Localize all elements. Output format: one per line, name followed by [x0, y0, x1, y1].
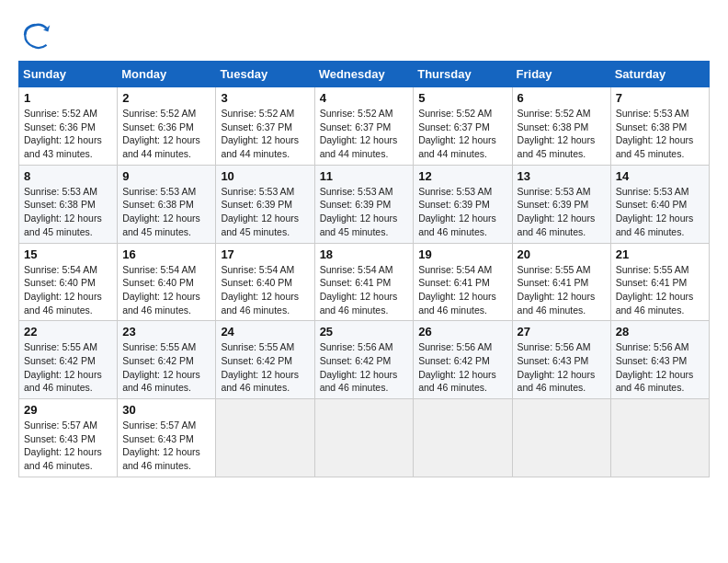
calendar-cell: 22Sunrise: 5:55 AMSunset: 6:42 PMDayligh…	[19, 321, 118, 399]
calendar-week-row: 8Sunrise: 5:53 AMSunset: 6:38 PMDaylight…	[19, 165, 710, 243]
day-info: Sunrise: 5:57 AMSunset: 6:43 PMDaylight:…	[122, 419, 210, 473]
calendar-cell	[216, 399, 314, 477]
day-number: 3	[221, 91, 309, 105]
day-number: 8	[24, 169, 112, 183]
day-number: 2	[122, 91, 210, 105]
calendar-cell: 30Sunrise: 5:57 AMSunset: 6:43 PMDayligh…	[118, 399, 216, 477]
day-info: Sunrise: 5:55 AMSunset: 6:41 PMDaylight:…	[518, 263, 606, 317]
calendar-cell: 16Sunrise: 5:54 AMSunset: 6:40 PMDayligh…	[118, 243, 216, 321]
calendar-cell: 11Sunrise: 5:53 AMSunset: 6:39 PMDayligh…	[314, 165, 414, 243]
day-info: Sunrise: 5:55 AMSunset: 6:42 PMDaylight:…	[221, 340, 309, 395]
day-number: 13	[518, 169, 606, 183]
day-number: 28	[616, 325, 704, 339]
calendar-week-row: 22Sunrise: 5:55 AMSunset: 6:42 PMDayligh…	[19, 321, 710, 399]
day-number: 6	[518, 91, 606, 105]
calendar-cell: 20Sunrise: 5:55 AMSunset: 6:41 PMDayligh…	[512, 243, 610, 321]
calendar-cell: 27Sunrise: 5:56 AMSunset: 6:43 PMDayligh…	[512, 321, 610, 399]
calendar-week-row: 29Sunrise: 5:57 AMSunset: 6:43 PMDayligh…	[19, 399, 710, 477]
calendar-cell	[314, 399, 414, 477]
day-number: 22	[24, 325, 112, 339]
calendar-cell: 15Sunrise: 5:54 AMSunset: 6:40 PMDayligh…	[19, 243, 118, 321]
logo	[18, 18, 57, 52]
day-number: 26	[418, 325, 506, 339]
calendar-header-cell: Thursday	[414, 62, 512, 87]
page-header	[18, 18, 710, 52]
day-info: Sunrise: 5:52 AMSunset: 6:37 PMDaylight:…	[221, 107, 309, 161]
day-info: Sunrise: 5:53 AMSunset: 6:38 PMDaylight:…	[122, 185, 210, 239]
calendar-cell: 21Sunrise: 5:55 AMSunset: 6:41 PMDayligh…	[610, 243, 709, 321]
day-info: Sunrise: 5:54 AMSunset: 6:40 PMDaylight:…	[221, 263, 309, 317]
calendar-cell	[414, 399, 512, 477]
day-number: 15	[24, 247, 112, 261]
calendar-cell: 5Sunrise: 5:52 AMSunset: 6:37 PMDaylight…	[414, 87, 512, 166]
day-number: 25	[320, 325, 409, 339]
day-number: 10	[221, 169, 309, 183]
calendar-header-cell: Sunday	[19, 62, 118, 87]
day-info: Sunrise: 5:54 AMSunset: 6:40 PMDaylight:…	[24, 263, 112, 317]
day-number: 7	[616, 91, 704, 105]
day-number: 27	[518, 325, 606, 339]
calendar-cell	[610, 399, 709, 477]
day-info: Sunrise: 5:56 AMSunset: 6:43 PMDaylight:…	[518, 340, 606, 395]
calendar-cell: 24Sunrise: 5:55 AMSunset: 6:42 PMDayligh…	[216, 321, 314, 399]
day-info: Sunrise: 5:52 AMSunset: 6:38 PMDaylight:…	[518, 107, 606, 161]
calendar-cell: 2Sunrise: 5:52 AMSunset: 6:36 PMDaylight…	[118, 87, 216, 166]
day-number: 30	[122, 403, 210, 417]
calendar-cell: 25Sunrise: 5:56 AMSunset: 6:42 PMDayligh…	[314, 321, 414, 399]
day-info: Sunrise: 5:55 AMSunset: 6:42 PMDaylight:…	[122, 340, 210, 395]
calendar-cell: 13Sunrise: 5:53 AMSunset: 6:39 PMDayligh…	[512, 165, 610, 243]
day-number: 23	[122, 325, 210, 339]
day-number: 9	[122, 169, 210, 183]
calendar-cell: 14Sunrise: 5:53 AMSunset: 6:40 PMDayligh…	[610, 165, 709, 243]
day-number: 12	[418, 169, 506, 183]
day-number: 21	[616, 247, 704, 261]
day-info: Sunrise: 5:54 AMSunset: 6:41 PMDaylight:…	[418, 263, 506, 317]
calendar-cell: 12Sunrise: 5:53 AMSunset: 6:39 PMDayligh…	[414, 165, 512, 243]
day-info: Sunrise: 5:52 AMSunset: 6:36 PMDaylight:…	[122, 107, 210, 161]
calendar-cell: 28Sunrise: 5:56 AMSunset: 6:43 PMDayligh…	[610, 321, 709, 399]
calendar-header-cell: Saturday	[610, 62, 709, 87]
calendar-week-row: 1Sunrise: 5:52 AMSunset: 6:36 PMDaylight…	[19, 87, 710, 166]
day-info: Sunrise: 5:53 AMSunset: 6:40 PMDaylight:…	[616, 185, 704, 239]
day-number: 29	[24, 403, 112, 417]
day-info: Sunrise: 5:53 AMSunset: 6:39 PMDaylight:…	[320, 185, 409, 239]
calendar-cell: 7Sunrise: 5:53 AMSunset: 6:38 PMDaylight…	[610, 87, 709, 166]
calendar-cell: 3Sunrise: 5:52 AMSunset: 6:37 PMDaylight…	[216, 87, 314, 166]
day-info: Sunrise: 5:53 AMSunset: 6:39 PMDaylight:…	[418, 185, 506, 239]
day-info: Sunrise: 5:53 AMSunset: 6:38 PMDaylight:…	[616, 107, 704, 161]
day-info: Sunrise: 5:55 AMSunset: 6:42 PMDaylight:…	[24, 340, 112, 395]
calendar-header-cell: Wednesday	[314, 62, 414, 87]
calendar-cell: 19Sunrise: 5:54 AMSunset: 6:41 PMDayligh…	[414, 243, 512, 321]
calendar-cell	[512, 399, 610, 477]
calendar-header-cell: Tuesday	[216, 62, 314, 87]
day-number: 19	[418, 247, 506, 261]
day-info: Sunrise: 5:54 AMSunset: 6:41 PMDaylight:…	[320, 263, 409, 317]
calendar-cell: 18Sunrise: 5:54 AMSunset: 6:41 PMDayligh…	[314, 243, 414, 321]
day-info: Sunrise: 5:56 AMSunset: 6:43 PMDaylight:…	[616, 340, 704, 395]
calendar-cell: 4Sunrise: 5:52 AMSunset: 6:37 PMDaylight…	[314, 87, 414, 166]
day-number: 16	[122, 247, 210, 261]
day-number: 4	[320, 91, 409, 105]
calendar-cell: 29Sunrise: 5:57 AMSunset: 6:43 PMDayligh…	[19, 399, 118, 477]
calendar-table: SundayMondayTuesdayWednesdayThursdayFrid…	[18, 61, 710, 477]
calendar-body: 1Sunrise: 5:52 AMSunset: 6:36 PMDaylight…	[19, 87, 710, 477]
calendar-cell: 26Sunrise: 5:56 AMSunset: 6:42 PMDayligh…	[414, 321, 512, 399]
calendar-cell: 10Sunrise: 5:53 AMSunset: 6:39 PMDayligh…	[216, 165, 314, 243]
logo-icon	[18, 18, 51, 52]
day-number: 20	[518, 247, 606, 261]
day-info: Sunrise: 5:53 AMSunset: 6:38 PMDaylight:…	[24, 185, 112, 239]
day-info: Sunrise: 5:52 AMSunset: 6:37 PMDaylight:…	[320, 107, 409, 161]
day-number: 11	[320, 169, 409, 183]
day-info: Sunrise: 5:56 AMSunset: 6:42 PMDaylight:…	[320, 340, 409, 395]
calendar-header-row: SundayMondayTuesdayWednesdayThursdayFrid…	[19, 62, 710, 87]
calendar-cell: 9Sunrise: 5:53 AMSunset: 6:38 PMDaylight…	[118, 165, 216, 243]
day-info: Sunrise: 5:52 AMSunset: 6:37 PMDaylight:…	[418, 107, 506, 161]
day-number: 24	[221, 325, 309, 339]
calendar-week-row: 15Sunrise: 5:54 AMSunset: 6:40 PMDayligh…	[19, 243, 710, 321]
calendar-header-cell: Friday	[512, 62, 610, 87]
day-number: 5	[418, 91, 506, 105]
day-number: 14	[616, 169, 704, 183]
calendar-cell: 6Sunrise: 5:52 AMSunset: 6:38 PMDaylight…	[512, 87, 610, 166]
calendar-header-cell: Monday	[118, 62, 216, 87]
calendar-cell: 23Sunrise: 5:55 AMSunset: 6:42 PMDayligh…	[118, 321, 216, 399]
